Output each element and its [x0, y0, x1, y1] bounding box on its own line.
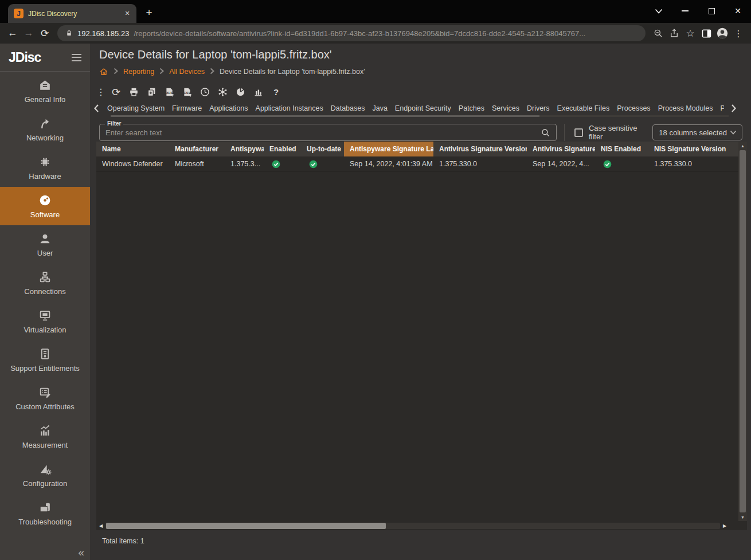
tab-search-chevron-icon[interactable]: [646, 0, 672, 22]
zoom-out-icon[interactable]: [650, 25, 666, 41]
col-nis-signature-version[interactable]: NIS Signature Version: [648, 142, 734, 156]
check-icon: [309, 160, 318, 169]
home-icon[interactable]: [99, 67, 108, 76]
sidebar-item-virtualization[interactable]: Virtualization: [0, 302, 90, 340]
cell-enabled: [264, 160, 301, 169]
antivirus-table: Name Manufacturer Antispywar Enabled Up-…: [96, 142, 747, 530]
col-enabled[interactable]: Enabled: [264, 142, 301, 156]
sidebar-item-networking[interactable]: Networking: [0, 110, 90, 148]
reload-button[interactable]: ⟳: [37, 25, 53, 41]
sidebar-item-configuration[interactable]: Configuration: [0, 456, 90, 494]
history-clock-icon[interactable]: [200, 87, 210, 97]
case-sensitive-checkbox[interactable]: [574, 128, 583, 137]
export-xls-icon[interactable]: XLS: [164, 87, 175, 97]
browser-tab-strip: J JDisc Discovery ✕ + ✕: [0, 0, 751, 23]
tab-processes[interactable]: Processes: [617, 104, 650, 112]
tab-firmware[interactable]: Firmware: [172, 104, 202, 112]
export-csv-icon[interactable]: CSV: [182, 87, 193, 97]
filter-row: Filter Case sensitive filter 18 columns …: [99, 124, 742, 141]
main-content: Device Details for Laptop 'tom-lappi5.fr…: [90, 44, 751, 560]
browser-tab[interactable]: J JDisc Discovery ✕: [8, 4, 136, 23]
tab-title: JDisc Discovery: [28, 10, 118, 18]
close-window-button[interactable]: ✕: [725, 0, 751, 22]
search-icon[interactable]: [534, 124, 556, 140]
col-antispyware-signature-last[interactable]: Antispyware Signature Last: [344, 142, 433, 156]
topology-icon[interactable]: [217, 87, 228, 97]
print-icon[interactable]: [128, 87, 139, 97]
tab-java[interactable]: Java: [372, 104, 387, 112]
jdisc-logo: JDisc: [9, 50, 41, 65]
search-input[interactable]: [100, 128, 534, 137]
horizontal-scrollbar-thumb[interactable]: [106, 523, 386, 529]
copy-add-icon[interactable]: [146, 87, 157, 97]
columns-select-dropdown[interactable]: 18 columns selected: [652, 124, 742, 140]
sidebar-item-user[interactable]: User: [0, 225, 90, 264]
scroll-right-icon[interactable]: ▶: [722, 523, 727, 528]
sidebar-item-software[interactable]: Software: [0, 187, 90, 225]
case-sensitive-label: Case sensitive filter: [589, 124, 652, 141]
browser-menu-kebab-icon[interactable]: ⋮: [730, 25, 746, 41]
support-entitlements-icon: [38, 347, 52, 361]
maximize-button[interactable]: [698, 0, 725, 22]
tab-patches[interactable]: Patches: [459, 104, 484, 112]
col-antivirus-signature[interactable]: Antivirus Signature: [527, 142, 595, 156]
sidebar-item-troubleshooting[interactable]: Troubleshooting: [0, 494, 90, 532]
share-icon[interactable]: [666, 25, 682, 41]
new-tab-button[interactable]: +: [141, 5, 157, 21]
col-antivirus-signature-version[interactable]: Antivirus Signature Version: [433, 142, 527, 156]
help-icon[interactable]: ?: [271, 87, 281, 97]
bar-chart-icon[interactable]: [253, 87, 264, 97]
tab-application-instances[interactable]: Application Instances: [256, 104, 323, 112]
tab-pending-update[interactable]: Pending Update: [721, 104, 725, 112]
case-sensitive-filter[interactable]: Case sensitive filter: [574, 124, 652, 141]
bookmark-star-icon[interactable]: ☆: [682, 25, 698, 41]
refresh-icon[interactable]: ⟳: [111, 87, 122, 97]
tab-close-icon[interactable]: ✕: [123, 9, 132, 18]
back-button[interactable]: ←: [5, 25, 21, 41]
sidebar-item-support-entitlements[interactable]: Support Entitlements: [0, 340, 90, 379]
tab-databases[interactable]: Databases: [331, 104, 365, 112]
col-up-to-date[interactable]: Up-to-date: [301, 142, 344, 156]
minimize-button[interactable]: [672, 0, 698, 22]
tab-operating-system[interactable]: Operating System: [107, 104, 165, 112]
breadcrumb-reporting[interactable]: Reporting: [123, 68, 154, 76]
divider: [564, 124, 565, 141]
sidebar-item-general-info[interactable]: General Info: [0, 72, 90, 110]
sidebar-item-connections[interactable]: Connections: [0, 264, 90, 302]
hamburger-menu-icon[interactable]: [72, 54, 81, 61]
custom-attributes-icon: [38, 385, 52, 400]
sidebar-item-custom-attributes[interactable]: Custom Attributes: [0, 379, 90, 417]
tabs-scroll-right-icon[interactable]: [727, 103, 740, 114]
networking-icon: [38, 116, 52, 131]
tab-executable-files[interactable]: Executable Files: [557, 104, 610, 112]
tabs-scroll-left-icon[interactable]: [90, 103, 103, 114]
col-name[interactable]: Name: [96, 142, 169, 156]
tab-applications[interactable]: Applications: [209, 104, 248, 112]
table-row[interactable]: Windows Defender Microsoft 1.375.3... Se…: [96, 156, 747, 172]
scroll-up-icon[interactable]: ▲: [738, 142, 747, 150]
sidebar-item-hardware[interactable]: Hardware: [0, 148, 90, 187]
address-bar[interactable]: 192.168.185.23/reports/device-details/so…: [57, 25, 646, 41]
col-manufacturer[interactable]: Manufacturer: [169, 142, 225, 156]
sidebar-item-measurement[interactable]: Measurement: [0, 417, 90, 456]
col-nis-enabled[interactable]: NIS Enabled: [595, 142, 648, 156]
tabs-scrollbar-thumb[interactable]: [111, 115, 539, 117]
profile-avatar[interactable]: [714, 25, 730, 41]
scroll-left-icon[interactable]: ◀: [98, 523, 104, 528]
pie-chart-icon[interactable]: [235, 87, 246, 97]
vertical-scrollbar-thumb[interactable]: [740, 150, 746, 512]
side-panel-icon[interactable]: [698, 25, 714, 41]
tab-services[interactable]: Services: [492, 104, 519, 112]
chevron-right-icon: [210, 68, 214, 76]
scroll-down-icon[interactable]: ▼: [738, 513, 747, 521]
window-controls: ✕: [646, 0, 751, 22]
sidebar-collapse-icon[interactable]: «: [78, 546, 84, 559]
tab-endpoint-security[interactable]: Endpoint Security: [395, 104, 451, 112]
breadcrumb-all-devices[interactable]: All Devices: [169, 68, 205, 76]
col-antispyware[interactable]: Antispywar: [225, 142, 264, 156]
tab-process-modules[interactable]: Process Modules: [658, 104, 713, 112]
check-icon: [272, 160, 280, 169]
more-actions-kebab-icon[interactable]: ⋮: [98, 87, 104, 97]
tab-drivers[interactable]: Drivers: [527, 104, 550, 112]
forward-button[interactable]: →: [21, 25, 37, 41]
